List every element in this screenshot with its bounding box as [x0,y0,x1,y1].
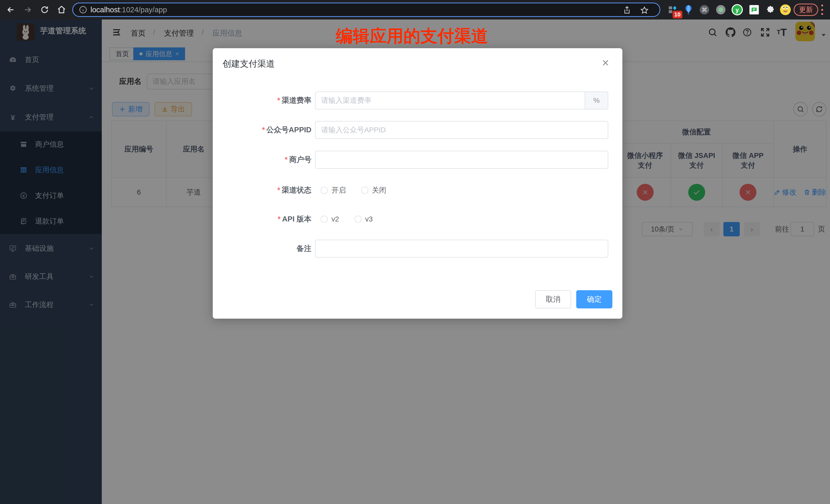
extension-chat-icon[interactable] [747,3,761,17]
svg-text:⌘: ⌘ [702,7,707,13]
extension-puzzle-icon[interactable] [763,3,777,17]
extension-y-icon[interactable]: y [731,3,744,17]
confirm-button[interactable]: 确定 [576,290,612,308]
field-label: *渠道状态 [213,185,312,195]
cancel-button[interactable]: 取消 [535,290,571,308]
extension-tasks-icon[interactable]: 10 [666,3,679,17]
svg-text:y: y [736,7,739,13]
field-label: 备注 [213,244,312,254]
extension-command-icon[interactable]: ⌘ [698,3,711,17]
field-label: *API 版本 [213,214,312,224]
update-button[interactable]: 更新 [794,4,818,16]
url-bar[interactable]: localhost:1024/pay/app [72,3,660,17]
form-row-appid: *公众号APPID [213,121,613,139]
home-icon[interactable] [55,4,68,16]
field-label: *公众号APPID [213,125,312,135]
form-row-remark: 备注 [213,240,613,258]
forward-icon[interactable] [22,4,34,16]
close-icon[interactable]: ✕ [601,58,610,68]
info-icon[interactable] [79,5,87,14]
field-label: *渠道费率 [213,95,312,106]
annotation-text: 编辑应用的支付渠道 [336,25,488,48]
form-row-rate: *渠道费率 % [213,92,613,109]
field-label: *商户号 [213,155,312,165]
status-open-radio[interactable]: 开启 [321,185,346,195]
create-channel-dialog: 创建支付渠道 ✕ *渠道费率 % *公众号APPID *商户号 *渠道状态 开启 [213,48,622,319]
extension-balloon-icon[interactable] [682,3,695,17]
share-icon[interactable] [622,6,631,14]
extension-emoji-icon[interactable] [779,3,792,17]
status-closed-radio[interactable]: 关闭 [361,185,386,195]
bookmark-star-icon[interactable] [640,6,649,14]
url-text[interactable]: localhost:1024/pay/app [91,6,167,14]
browser-menu-icon[interactable] [821,5,823,15]
percent-suffix: % [585,92,608,109]
form-row-merchant: *商户号 [213,151,613,169]
extension-badge: 10 [673,11,682,19]
api-v3-radio[interactable]: v3 [354,215,373,223]
form-row-api-version: *API 版本 v2 v3 [213,210,613,228]
merchant-id-input[interactable] [315,151,608,169]
extension-recorder-icon[interactable] [714,3,728,17]
page: 芋道管理系统 首页 系统管理 ¥ 支付管理 [0,20,830,504]
api-v2-radio[interactable]: v2 [321,215,339,223]
reload-icon[interactable] [38,4,51,16]
back-icon[interactable] [5,4,17,16]
dialog-title: 创建支付渠道 [223,58,275,70]
form-row-status: *渠道状态 开启 关闭 [213,181,613,199]
remark-input[interactable] [315,240,608,258]
browser-toolbar: localhost:1024/pay/app 10 ⌘ y 更新 [0,0,830,20]
channel-rate-input[interactable] [315,92,608,109]
official-appid-input[interactable] [315,121,608,139]
